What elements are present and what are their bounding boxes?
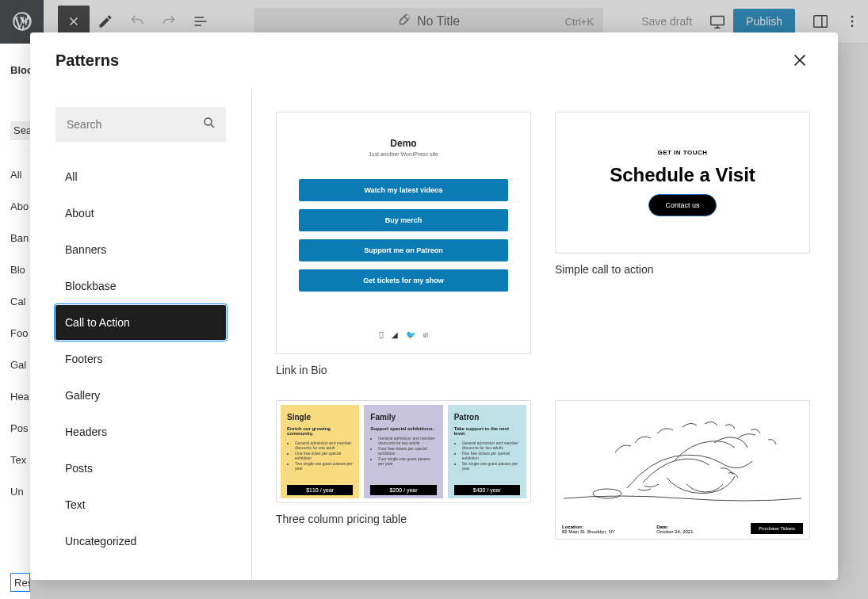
modal-title: Patterns [55,52,119,70]
close-icon[interactable] [787,48,813,73]
patterns-modal: Patterns AllAboutBannersBlockbaseCall to… [30,32,838,580]
pattern-link-in-bio[interactable]: Demo Just another WordPress site Watch m… [276,112,531,376]
modal-header: Patterns [30,32,838,88]
bandcamp-icon: ◢ [392,330,398,339]
inserter-sidebar-peek: Block Sear All Abo Ban Blo Cal Foo Gal H… [0,44,30,599]
category-call-to-action[interactable]: Call to Action [55,305,226,340]
twitch-icon: ⎚ [423,330,428,339]
patterns-grid: Demo Just another WordPress site Watch m… [252,88,838,580]
category-banners[interactable]: Banners [55,232,226,267]
svg-point-5 [205,118,212,125]
illustration [556,401,809,520]
instagram-icon: ⌷ [379,330,384,339]
pattern-simple-cta[interactable]: GET IN TOUCH Schedule a Visit Contact us… [555,112,810,376]
twitter-icon: 🐦 [406,330,415,339]
category-headers[interactable]: Headers [55,414,226,449]
category-gallery[interactable]: Gallery [55,378,226,413]
category-footers[interactable]: Footers [55,341,226,376]
search-input[interactable] [55,107,226,142]
category-uncategorized[interactable]: Uncategorized [55,524,226,559]
category-all[interactable]: All [55,159,226,194]
pattern-pricing-table[interactable]: SingleEnrich our growing community.Gener… [276,400,531,540]
svg-point-6 [593,489,621,498]
patterns-sidebar: AllAboutBannersBlockbaseCall to ActionFo… [30,88,252,580]
search-icon [202,116,216,133]
category-blockbase[interactable]: Blockbase [55,269,226,303]
category-about[interactable]: About [55,196,226,231]
pattern-purchase-tickets[interactable]: Location:82 Main St. Brooklyn, NY Date:O… [555,400,810,540]
category-text[interactable]: Text [55,487,226,522]
category-posts[interactable]: Posts [55,451,226,486]
